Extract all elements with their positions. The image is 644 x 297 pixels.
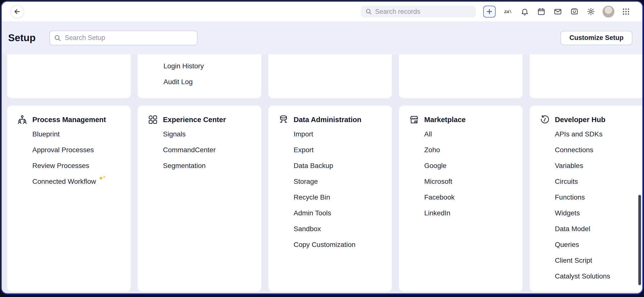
customize-setup-button[interactable]: Customize Setup — [560, 31, 632, 45]
card-header: Process Management — [7, 106, 131, 125]
card-data-administration: Data Administration ImportExportData Bac… — [268, 106, 392, 292]
card-process-management: Process Management BlueprintApproval Pro… — [7, 106, 131, 292]
setup-item[interactable]: All — [424, 126, 516, 142]
setup-item-label: Copy Customization — [294, 241, 356, 249]
setup-item[interactable]: Sandbox — [294, 221, 386, 237]
setup-item-label: Storage — [294, 178, 318, 186]
apps-grid-button[interactable] — [621, 6, 631, 17]
vertical-scrollbar[interactable] — [638, 195, 641, 285]
setup-item[interactable]: Connections — [555, 142, 642, 158]
marketplace-button[interactable] — [570, 6, 579, 17]
card-items: SignalsCommandCenterSegmentation — [138, 125, 261, 174]
card-title: Experience Center — [163, 116, 226, 124]
setup-item-label: Export — [294, 146, 314, 154]
setup-item-label: Google — [424, 162, 446, 170]
setup-item-label: Circuits — [555, 178, 578, 186]
partial-card-4 — [399, 54, 522, 98]
setup-item[interactable]: APIs and SDKs — [555, 126, 642, 142]
setup-item-label: LinkedIn — [424, 209, 450, 217]
setup-item-label: Blueprint — [32, 130, 60, 138]
setup-search[interactable] — [50, 30, 198, 45]
setup-item[interactable]: Microsoft — [424, 174, 516, 189]
setup-item-label: All — [424, 130, 432, 138]
setup-item[interactable]: Data Model — [555, 221, 642, 237]
setup-item[interactable]: Catalyst Solutions — [555, 268, 642, 284]
card-marketplace: Marketplace AllZohoGoogleMicrosoftFacebo… — [399, 106, 522, 292]
setup-item[interactable]: Copy Customization — [294, 237, 386, 253]
setup-header: Setup Customize Setup — [2, 21, 642, 54]
setup-item[interactable]: Facebook — [424, 189, 516, 205]
apps-grid-icon — [622, 7, 630, 16]
setup-item-label: Microsoft — [424, 178, 452, 186]
setup-item[interactable]: Functions — [555, 189, 642, 205]
setup-item[interactable]: Widgets — [555, 205, 642, 221]
setup-item[interactable]: Signals — [163, 126, 255, 142]
setup-item-label: Client Script — [555, 257, 592, 265]
setup-item[interactable]: Blueprint — [32, 126, 125, 142]
setup-item-label: Connected Workflow — [32, 178, 96, 186]
setup-item-label: Facebook — [424, 193, 454, 201]
setup-item-label: Signals — [163, 130, 186, 138]
cards-grid: Login HistoryAudit Log Process Managemen… — [2, 54, 642, 292]
setup-item[interactable]: Client Script — [555, 253, 642, 268]
partial-card-3 — [268, 54, 392, 98]
marketplace-topbar-icon — [570, 7, 578, 16]
notifications-button[interactable] — [520, 6, 530, 17]
setup-item[interactable]: Queries — [555, 237, 642, 253]
setup-item[interactable]: Recycle Bin — [294, 189, 386, 205]
back-button[interactable] — [10, 5, 24, 18]
card-title: Marketplace — [424, 116, 466, 124]
bell-icon — [520, 7, 529, 16]
card-title: Data Administration — [294, 116, 361, 124]
setup-item-label: Variables — [555, 162, 583, 170]
global-search[interactable] — [361, 6, 476, 17]
add-button[interactable] — [483, 6, 496, 17]
setup-item[interactable]: Login History — [164, 58, 255, 74]
card-items: ImportExportData BackupStorageRecycle Bi… — [268, 125, 392, 253]
mail-icon — [554, 7, 562, 16]
setup-item-label: Admin Tools — [294, 209, 331, 217]
setup-item-label: Audit Log — [164, 78, 192, 86]
setup-item[interactable]: LinkedIn — [424, 205, 516, 221]
mail-button[interactable] — [553, 6, 563, 17]
calendar-button[interactable] — [536, 6, 546, 17]
setup-item[interactable]: Data Backup — [294, 158, 386, 174]
search-icon — [54, 34, 61, 42]
user-avatar[interactable] — [602, 6, 614, 17]
setup-item[interactable]: Google — [424, 158, 516, 174]
topbar: ZA — [2, 2, 642, 21]
setup-item-label: Data Backup — [294, 162, 333, 170]
setup-item-label: Data Model — [555, 225, 590, 233]
setup-item-label: Recycle Bin — [294, 193, 330, 201]
gear-icon — [587, 7, 595, 16]
partial-card-1 — [7, 54, 131, 98]
setup-item-label: Functions — [555, 193, 585, 201]
setup-item[interactable]: Import — [294, 126, 386, 142]
setup-search-input[interactable] — [65, 34, 193, 42]
setup-item-label: Import — [294, 130, 313, 138]
setup-item[interactable]: Variables — [555, 158, 642, 174]
setup-item-label: Segmentation — [163, 162, 206, 170]
setup-item[interactable]: CommandCenter — [163, 142, 255, 158]
setup-item[interactable]: Admin Tools — [294, 205, 386, 221]
global-search-input[interactable] — [375, 8, 472, 15]
setup-item[interactable]: Export — [294, 142, 386, 158]
setup-item[interactable]: Segmentation — [163, 158, 255, 174]
arrow-left-icon — [14, 8, 21, 15]
marketplace-icon — [409, 114, 419, 125]
setup-item[interactable]: Zoho — [424, 142, 516, 158]
setup-item[interactable]: Audit Log — [164, 74, 255, 90]
card-header: Experience Center — [138, 106, 261, 125]
card-items: AllZohoGoogleMicrosoftFacebookLinkedIn — [399, 125, 522, 221]
setup-item[interactable]: Connected Workflow✦✦ — [32, 174, 125, 189]
card-items: BlueprintApproval ProcessesReview Proces… — [7, 125, 131, 189]
setup-item[interactable]: Approval Processes — [32, 142, 125, 158]
card-header: Developer Hub — [530, 106, 642, 125]
zia-button[interactable]: ZA — [503, 6, 513, 17]
settings-button[interactable] — [586, 6, 596, 17]
setup-item[interactable]: Circuits — [555, 174, 642, 189]
card-items: Login HistoryAudit Log — [138, 54, 261, 90]
setup-item[interactable]: Storage — [294, 174, 386, 189]
card-experience-center: Experience Center SignalsCommandCenterSe… — [138, 106, 261, 292]
setup-item[interactable]: Review Processes — [32, 158, 125, 174]
